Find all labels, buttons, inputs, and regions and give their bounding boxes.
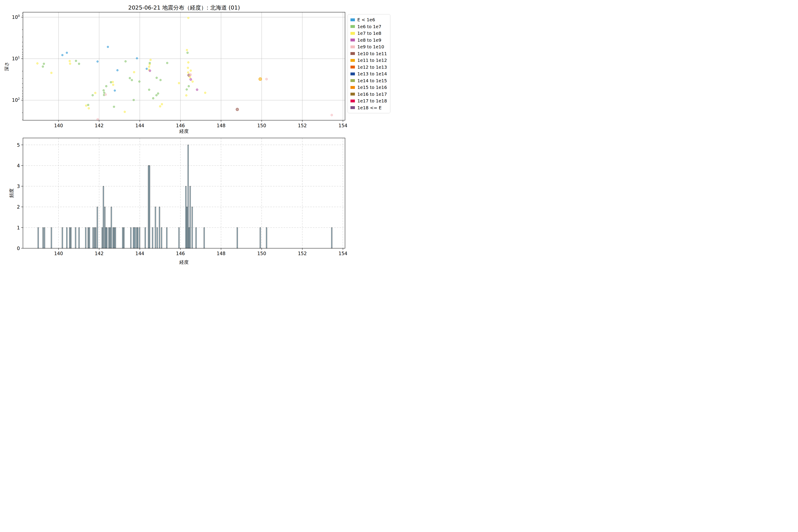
chart-canvas: 1401421441461481501521541001011021401421… bbox=[0, 0, 399, 266]
hist-bar bbox=[137, 228, 138, 248]
scatter-point bbox=[156, 94, 157, 96]
scatter-point bbox=[161, 103, 163, 105]
scatter-point bbox=[186, 89, 188, 91]
scatter-point bbox=[148, 89, 150, 91]
scatter-point bbox=[146, 68, 148, 70]
hist-bar bbox=[152, 228, 153, 248]
hist-bar bbox=[94, 228, 95, 248]
legend-entry: 1e13 to 1e14 bbox=[350, 71, 387, 77]
tick-label: 150 bbox=[257, 123, 266, 128]
legend-swatch-icon bbox=[350, 79, 355, 82]
hist-bar bbox=[79, 228, 80, 248]
legend-entry: 1e18 <= E bbox=[350, 104, 387, 111]
tick-label: 148 bbox=[216, 123, 225, 128]
legend-swatch-icon bbox=[350, 73, 355, 75]
scatter-point bbox=[94, 92, 96, 94]
legend-swatch-icon bbox=[350, 99, 355, 102]
scatter-point bbox=[133, 99, 135, 101]
tick-label: 3 bbox=[17, 184, 20, 189]
hist-bar bbox=[148, 166, 149, 248]
scatter-point bbox=[42, 65, 44, 68]
hist-bar bbox=[139, 228, 140, 248]
hist-bar bbox=[145, 228, 146, 248]
scatter-point bbox=[148, 66, 150, 68]
legend-entry: 1e9 to 1e10 bbox=[350, 43, 387, 50]
hist-bar bbox=[157, 228, 158, 248]
scatter-point bbox=[189, 76, 191, 78]
hist-bar bbox=[115, 228, 116, 248]
hist-bar bbox=[159, 207, 160, 248]
tick-label: 146 bbox=[176, 251, 185, 256]
hist-bar bbox=[149, 166, 150, 248]
legend-swatch-icon bbox=[350, 86, 355, 89]
scatter-point bbox=[113, 106, 115, 108]
legend-swatch-icon bbox=[350, 32, 355, 35]
tick-label: 152 bbox=[298, 251, 307, 256]
scatter-point bbox=[124, 111, 126, 113]
scatter-point bbox=[138, 81, 140, 82]
legend-entry: E < 1e6 bbox=[350, 16, 387, 23]
hist-bar bbox=[93, 228, 94, 248]
scatter-point bbox=[331, 114, 333, 116]
legend-label: 1e14 to 1e15 bbox=[357, 78, 387, 83]
scatter-point bbox=[129, 77, 131, 79]
legend-entry: 1e6 to 1e7 bbox=[350, 23, 387, 30]
hist-bar bbox=[331, 228, 332, 248]
scatter-point bbox=[178, 82, 180, 84]
scatter-point bbox=[69, 60, 71, 62]
hist-bar bbox=[106, 228, 107, 248]
legend-label: 1e12 to 1e13 bbox=[357, 65, 387, 69]
scatter-point bbox=[103, 90, 104, 91]
hist-bar bbox=[122, 228, 123, 248]
legend-swatch-icon bbox=[350, 106, 355, 109]
scatter-point bbox=[159, 106, 161, 107]
scatter-point bbox=[117, 69, 118, 71]
legend-entry: 1e10 to 1e11 bbox=[350, 50, 387, 57]
hist-bar bbox=[192, 207, 193, 248]
hist-bar bbox=[196, 228, 197, 248]
hist-bar bbox=[190, 186, 191, 248]
scatter-point bbox=[150, 59, 151, 61]
hist-bar bbox=[266, 228, 267, 248]
legend-swatch-icon bbox=[350, 59, 355, 62]
scatter-point bbox=[190, 78, 192, 80]
scatter-point bbox=[186, 49, 188, 51]
legend-label: E < 1e6 bbox=[357, 18, 375, 22]
scatter-point bbox=[92, 94, 94, 96]
hist-bar bbox=[124, 228, 125, 248]
legend-label: 1e15 to 1e16 bbox=[357, 85, 387, 90]
scatter-point bbox=[189, 74, 191, 76]
energy-legend: E < 1e61e6 to 1e71e7 to 1e81e8 to 1e91e9… bbox=[347, 14, 391, 113]
hist-bar bbox=[44, 228, 45, 248]
hist-bar bbox=[95, 228, 96, 248]
scatter-xlabel: 経度 bbox=[179, 128, 189, 134]
hist-bar bbox=[103, 186, 104, 248]
legend-entry: 1e8 to 1e9 bbox=[350, 37, 387, 44]
scatter-plot: 140142144146148150152154100101102 bbox=[12, 12, 347, 128]
axes-frame bbox=[23, 12, 345, 120]
legend-entry: 1e14 to 1e15 bbox=[350, 77, 387, 84]
legend-label: 1e18 <= E bbox=[357, 106, 381, 110]
hist-bar bbox=[88, 228, 89, 248]
scatter-point bbox=[188, 17, 189, 19]
hist-bar bbox=[155, 207, 156, 248]
scatter-point bbox=[190, 70, 192, 72]
scatter-point bbox=[196, 89, 198, 91]
tick-label: 5 bbox=[17, 142, 20, 148]
scatter-point bbox=[266, 78, 268, 80]
hist-bar bbox=[66, 228, 68, 248]
hist-bar bbox=[167, 228, 167, 248]
scatter-point bbox=[43, 63, 45, 65]
tick-label: 140 bbox=[54, 251, 63, 256]
legend-label: 1e8 to 1e9 bbox=[357, 38, 381, 42]
tick-label: 142 bbox=[95, 123, 103, 128]
scatter-ylabel: 深さ bbox=[3, 62, 10, 71]
scatter-point bbox=[112, 84, 114, 86]
hist-bar bbox=[75, 228, 76, 248]
scatter-point bbox=[133, 71, 135, 73]
legend-entry: 1e15 to 1e16 bbox=[350, 84, 387, 91]
tick-label: 154 bbox=[339, 251, 347, 256]
scatter-point bbox=[125, 60, 126, 62]
scatter-point bbox=[107, 46, 109, 48]
hist-bar bbox=[114, 228, 115, 248]
